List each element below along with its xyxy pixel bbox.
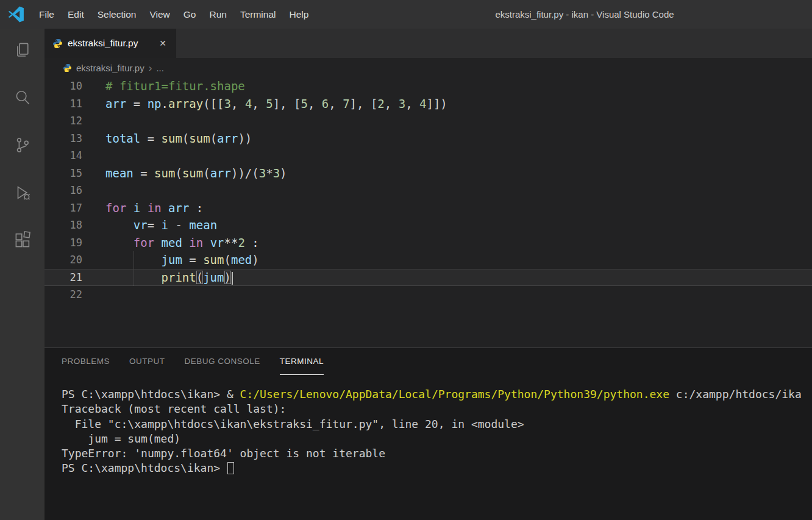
code-line-22[interactable]: 22 [45,286,812,304]
line-number[interactable]: 20 [45,251,82,269]
close-icon[interactable]: ✕ [157,37,168,49]
code-content: mean = sum(sum(arr))/(3*3) [105,165,287,182]
menu-go[interactable]: Go [177,9,203,20]
menu-terminal[interactable]: Terminal [233,9,283,20]
vscode-logo-icon [8,6,24,23]
editor-lines: 10# fitur1=fitur.shape11arr = np.array([… [45,77,812,304]
activity-bar [0,29,45,520]
menu-edit[interactable]: Edit [61,9,91,20]
menu-file[interactable]: File [32,9,61,20]
code-line-21[interactable]: 21 print(jum) [45,269,812,287]
menu-run[interactable]: Run [202,9,233,20]
search-icon[interactable] [12,87,33,108]
menu-view[interactable]: View [143,9,176,20]
code-line-19[interactable]: 19 for med in vr**2 : [45,234,812,252]
breadcrumb-file[interactable]: ekstraksi_fitur.py [76,63,144,73]
line-number[interactable]: 15 [45,165,82,182]
code-line-15[interactable]: 15mean = sum(sum(arr))/(3*3) [45,165,812,182]
extensions-icon[interactable] [12,230,33,251]
window-title: ekstraksi_fitur.py - ikan - Visual Studi… [495,9,674,20]
code-content: vr= i - mean [105,216,217,234]
line-number[interactable]: 12 [45,112,82,130]
terminal-cursor [227,462,234,474]
terminal-content[interactable]: PS C:\xampp\htdocs\ikan> & C:/Users/Leno… [45,375,812,520]
tab-label: ekstraksi_fitur.py [68,38,138,49]
code-line-17[interactable]: 17for i in arr : [45,199,812,217]
tab-strip: ekstraksi_fitur.py ✕ [45,29,812,58]
code-editor[interactable]: 10# fitur1=fitur.shape11arr = np.array([… [45,77,812,347]
code-content: print(jum) [105,269,233,287]
terminal-line: File "c:\xampp\htdocs\ikan\ekstraksi_fit… [62,417,812,432]
menu-bar: FileEditSelectionViewGoRunTerminalHelp [32,0,315,29]
line-number[interactable]: 13 [45,130,82,148]
code-line-13[interactable]: 13total = sum(sum(arr)) [45,130,812,148]
chevron-right-icon: › [149,63,152,73]
main-area: ekstraksi_fitur.py ✕ ekstraksi_fitur.py … [0,29,812,520]
title-bar: FileEditSelectionViewGoRunTerminalHelp e… [0,0,812,29]
code-line-20[interactable]: 20 jum = sum(med) [45,251,812,269]
breadcrumb[interactable]: ekstraksi_fitur.py › ... [45,58,812,77]
code-content: total = sum(sum(arr)) [105,130,252,148]
code-content: jum = sum(med) [105,251,259,269]
line-number[interactable]: 21 [45,269,82,287]
panel-tab-output[interactable]: OUTPUT [129,348,165,375]
line-number[interactable]: 14 [45,147,82,165]
menu-selection[interactable]: Selection [91,9,143,20]
code-line-10[interactable]: 10# fitur1=fitur.shape [45,77,812,95]
code-line-18[interactable]: 18 vr= i - mean [45,216,812,234]
vscode-window: FileEditSelectionViewGoRunTerminalHelp e… [0,0,812,520]
indent-guide [134,251,134,269]
indent-guide [134,269,134,287]
terminal-line: PS C:\xampp\htdocs\ikan> [62,461,812,475]
python-file-icon [63,63,72,73]
line-number[interactable]: 18 [45,216,82,234]
source-control-icon[interactable] [12,135,33,155]
line-number[interactable]: 16 [45,182,82,199]
code-content: for med in vr**2 : [105,234,259,252]
code-line-16[interactable]: 16 [45,182,812,199]
tab-ekstraksi-fitur[interactable]: ekstraksi_fitur.py ✕ [45,29,176,58]
terminal-line: TypeError: 'numpy.float64' object is not… [62,446,812,461]
code-content: for i in arr : [105,199,203,217]
line-number[interactable]: 22 [45,286,82,304]
line-number[interactable]: 19 [45,234,82,252]
line-number[interactable]: 10 [45,77,82,95]
run-debug-icon[interactable] [12,182,33,203]
code-line-12[interactable]: 12 [45,112,812,130]
code-content: arr = np.array([[3, 4, 5], [5, 6, 7], [2… [105,95,447,113]
panel-tab-problems[interactable]: PROBLEMS [62,348,110,375]
panel-tab-terminal[interactable]: TERMINAL [280,348,324,375]
terminal-line: PS C:\xampp\htdocs\ikan> & C:/Users/Leno… [62,387,812,402]
menu-help[interactable]: Help [283,9,316,20]
panel-tab-debug-console[interactable]: DEBUG CONSOLE [185,348,260,375]
python-file-icon [52,38,63,49]
code-line-11[interactable]: 11arr = np.array([[3, 4, 5], [5, 6, 7], … [45,95,812,113]
code-content: # fitur1=fitur.shape [105,77,245,95]
line-number[interactable]: 17 [45,199,82,217]
bottom-panel: PROBLEMSOUTPUTDEBUG CONSOLETERMINAL PS C… [45,347,812,520]
terminal-line: jum = sum(med) [62,432,812,446]
explorer-icon[interactable] [12,40,33,60]
panel-tabs: PROBLEMSOUTPUTDEBUG CONSOLETERMINAL [45,348,812,375]
breadcrumb-more[interactable]: ... [156,63,164,73]
code-line-14[interactable]: 14 [45,147,812,165]
line-number[interactable]: 11 [45,95,82,113]
terminal-line: Traceback (most recent call last): [62,402,812,416]
text-cursor [232,272,233,285]
editor-group: ekstraksi_fitur.py ✕ ekstraksi_fitur.py … [45,29,812,520]
